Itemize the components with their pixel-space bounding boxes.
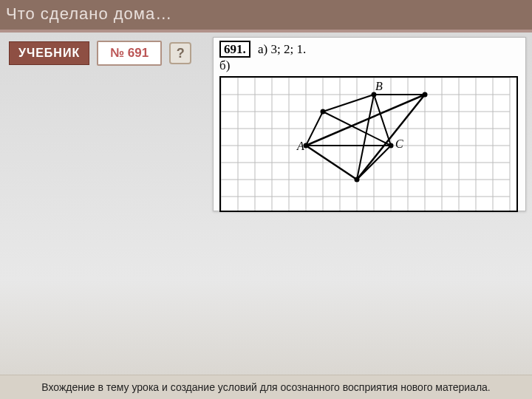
textbook-label: УЧЕБНИК [9, 41, 89, 65]
footer-note: Вхождение в тему урока и создание услови… [0, 375, 532, 399]
diagram-grid: ABC [219, 76, 518, 212]
part-a-label: а) [258, 42, 267, 56]
svg-line-33 [357, 95, 374, 180]
content-panel: 691. а) 3; 2; 1. б) ABC [213, 37, 526, 211]
diagram-svg: ABC [221, 78, 518, 212]
page-title: Что сделано дома… [6, 4, 172, 23]
problem-number-chip: № 691 [97, 41, 162, 66]
part-a-answer: 3; 2; 1. [270, 42, 306, 56]
svg-text:A: A [296, 140, 304, 152]
toolbar: УЧЕБНИК № 691 ? [9, 41, 191, 66]
part-b-label: б) [219, 58, 519, 73]
help-button[interactable]: ? [169, 42, 191, 64]
problem-header: 691. а) 3; 2; 1. [219, 42, 519, 57]
title-bar: Что сделано дома… [0, 0, 532, 33]
svg-point-36 [389, 143, 394, 149]
svg-point-38 [321, 109, 326, 115]
svg-text:C: C [395, 137, 403, 150]
problem-number-box: 691. [219, 41, 250, 58]
svg-point-37 [355, 177, 360, 183]
svg-text:B: B [375, 80, 383, 92]
svg-point-35 [372, 92, 377, 98]
svg-point-39 [423, 92, 428, 98]
